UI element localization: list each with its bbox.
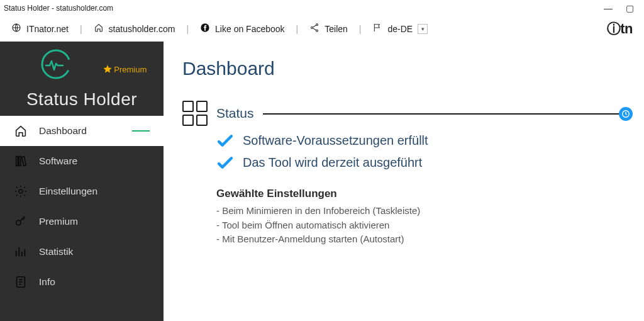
share-icon [309,23,319,35]
app-logo: Premium [0,42,164,88]
svg-point-6 [19,189,23,193]
settings-block: Gewählte Einstellungen - Beim Minimieren… [182,188,631,247]
sidebar-item-settings[interactable]: Einstellungen [0,176,164,206]
svg-point-7 [16,220,21,225]
link-label: Like on Facebook [215,24,285,34]
sidebar-item-label: Statistik [39,246,73,257]
facebook-icon [200,23,210,35]
sidebar-item-info[interactable]: Info [0,267,164,297]
tiles-icon [182,101,208,126]
link-statusholder[interactable]: statusholder.com [94,23,175,35]
chevron-down-icon[interactable]: ▾ [418,24,428,34]
status-item: Das Tool wird derzeit ausgeführt [182,155,631,170]
status-text: Das Tool wird derzeit ausgeführt [243,155,422,170]
content: Dashboard Status Software-Voraussetzunge… [164,42,644,321]
link-share[interactable]: Teilen [309,23,348,35]
sidebar-nav: Dashboard Software Einstellungen Premi [0,116,164,297]
link-label: ITnator.net [26,24,69,34]
sidebar-item-label: Premium [39,216,78,227]
home-icon [94,23,104,35]
status-title: Status [216,106,254,121]
separator: | [182,24,192,34]
gear-icon [14,184,28,198]
window-title: Status Holder - statusholder.com [4,4,597,13]
lang-selector[interactable]: de-DE ▾ [372,23,428,35]
heartbeat-icon [38,48,79,82]
settings-list: - Beim Minimieren in den Infobereich (Ta… [216,204,631,247]
link-label: statusholder.com [109,24,175,34]
status-header: Status [182,101,631,126]
sidebar-item-label: Software [39,155,77,167]
home-icon [14,124,28,138]
sidebar-item-premium[interactable]: Premium [0,206,164,237]
clock-icon [619,107,633,121]
lang-label: de-DE [387,24,413,34]
brand-logo: ⓘtn [607,20,633,38]
topbar: ITnator.net | statusholder.com | Like on… [0,16,644,42]
link-label: Teilen [325,24,348,34]
books-icon [14,154,28,168]
status-item: Software-Voraussetzungen erfüllt [182,133,631,148]
document-icon [14,275,28,289]
active-indicator [132,130,150,132]
sidebar-item-label: Info [39,276,55,288]
svg-point-4 [316,30,318,31]
star-icon [103,64,113,74]
status-text: Software-Voraussetzungen erfüllt [243,133,428,148]
status-divider [263,106,631,121]
bars-icon [14,245,28,259]
svg-point-3 [311,27,313,29]
sidebar-item-dashboard[interactable]: Dashboard [0,116,164,146]
sidebar-item-software[interactable]: Software [0,146,164,176]
status-card: Status Software-Voraussetzungen erfüllt … [182,101,631,247]
settings-heading: Gewählte Einstellungen [216,188,631,200]
settings-item: - Tool beim Öffnen automatisch aktiviere… [216,218,631,233]
app-title: Status Holder [0,88,164,116]
key-icon [14,215,28,228]
sidebar-item-label: Dashboard [39,125,87,137]
svg-point-2 [316,24,318,26]
window-titlebar: Status Holder - statusholder.com — ▢ [0,0,644,16]
settings-item: - Beim Minimieren in den Infobereich (Ta… [216,204,631,218]
sidebar: Premium Status Holder Dashboard Software [0,42,164,321]
page-title: Dashboard [182,58,631,79]
separator: | [355,24,365,34]
check-icon [216,156,234,170]
separator: | [292,24,303,34]
premium-badge: Premium [103,64,147,74]
flag-icon [372,23,382,35]
link-itnator[interactable]: ITnator.net [11,23,69,35]
check-icon [216,134,234,148]
sidebar-item-statistics[interactable]: Statistik [0,237,164,267]
sidebar-item-label: Einstellungen [39,186,97,197]
link-facebook[interactable]: Like on Facebook [200,23,285,35]
globe-icon [11,23,21,35]
maximize-button[interactable]: ▢ [619,3,640,13]
settings-item: - Mit Benutzer-Anmeldung starten (Autost… [216,232,631,247]
separator: | [76,24,86,34]
minimize-button[interactable]: — [597,3,619,13]
